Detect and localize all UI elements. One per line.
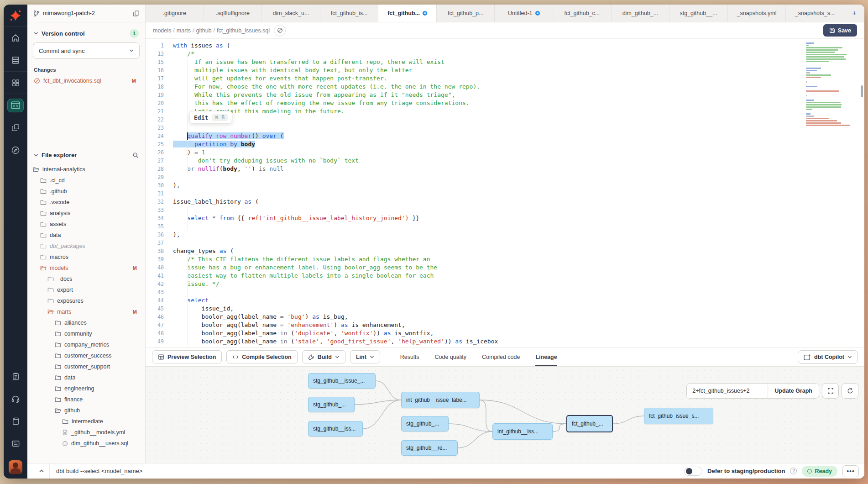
lineage-node[interactable]: int_github__issue_labe...: [401, 392, 480, 408]
code-line[interactable]: 27 -- don't try deduping issues with no …: [146, 157, 864, 165]
file-tree-item[interactable]: community: [27, 328, 145, 339]
docs-nav-button[interactable]: [4, 410, 27, 432]
lineage-node[interactable]: int_github__iss...: [492, 423, 553, 440]
lineage-node[interactable]: stg_github_...: [401, 416, 449, 431]
apps-nav-button[interactable]: [4, 72, 27, 94]
panel-tab-lineage[interactable]: Lineage: [535, 347, 557, 366]
view-lineage-button[interactable]: [274, 25, 286, 37]
file-tree-item[interactable]: finance: [27, 394, 145, 405]
changed-file-row[interactable]: fct_dbt_invocations.sql M: [27, 76, 145, 85]
shortcuts-nav-button[interactable]: [4, 432, 27, 455]
minimap[interactable]: [806, 42, 857, 127]
code-line[interactable]: 24 qualify row_number() over (: [146, 132, 864, 140]
code-line[interactable]: 46 boolor_agg(label_name = 'bug') as is_…: [146, 313, 864, 321]
breadcrumb-segment[interactable]: github: [196, 27, 212, 34]
code-line[interactable]: 38change_types as (: [146, 247, 864, 255]
file-tree-item[interactable]: github: [27, 405, 145, 416]
file-tree-item[interactable]: data: [27, 372, 145, 383]
code-line[interactable]: 25 partition by body: [146, 140, 864, 148]
code-line[interactable]: 49 boolor_agg(label_name in ('stale', 'g…: [146, 337, 864, 346]
code-line[interactable]: 16 multiple issues with identical body t…: [146, 66, 864, 74]
edit-tooltip-button[interactable]: Edit ⌘ B: [189, 111, 232, 124]
code-line[interactable]: 22: [146, 116, 864, 124]
editor-tab[interactable]: .gitignore: [146, 5, 204, 22]
user-menu[interactable]: [4, 455, 27, 479]
code-line[interactable]: 41 easiest way to flatten multiple label…: [146, 272, 864, 280]
code-line[interactable]: 44 select: [146, 296, 864, 305]
editor-scrollbar-thumb[interactable]: [861, 85, 863, 97]
file-explorer-header[interactable]: File explorer: [27, 145, 145, 163]
code-line[interactable]: 33: [146, 206, 864, 214]
editor-tab[interactable]: dim_slack_u...: [262, 5, 320, 22]
file-tree-item[interactable]: martsM: [27, 306, 145, 317]
file-tree-item[interactable]: export: [27, 284, 145, 295]
file-tree-item[interactable]: _github__models.yml: [27, 427, 145, 438]
code-line[interactable]: 31: [146, 189, 864, 198]
code-line[interactable]: 1with issues as (: [146, 42, 864, 50]
file-tree-item[interactable]: assets: [27, 219, 145, 230]
code-line[interactable]: 42 issue. */: [146, 280, 864, 288]
lineage-node[interactable]: fct_github_...: [566, 415, 613, 432]
code-line[interactable]: 17 will get updates for events that happ…: [146, 74, 864, 83]
file-tree-item[interactable]: engineering: [27, 383, 145, 394]
home-nav-button[interactable]: [4, 27, 27, 49]
file-tree-item[interactable]: data: [27, 230, 145, 241]
save-button[interactable]: Save: [823, 24, 857, 37]
panel-tab-compiled-code[interactable]: Compiled code: [482, 347, 520, 366]
code-editor[interactable]: 1with issues as (13 /*15 If an issue has…: [146, 39, 864, 347]
editor-tab[interactable]: _snapshots_s...: [786, 5, 844, 22]
version-control-header[interactable]: Version control 1: [27, 22, 145, 42]
compile-selection-button[interactable]: Compile Selection: [226, 350, 297, 363]
lineage-node[interactable]: fct_github_issue_s...: [644, 408, 713, 424]
develop-ide-button[interactable]: [4, 94, 27, 116]
code-line[interactable]: 26 ) = 1: [146, 148, 864, 157]
editor-tab[interactable]: Untitled-1: [495, 5, 553, 22]
lineage-node[interactable]: stg_github__iss...: [308, 421, 363, 437]
file-tree-item[interactable]: macros: [27, 252, 145, 263]
editor-tab[interactable]: fct_github_c...: [553, 5, 612, 22]
commit-and-sync-button[interactable]: Commit and sync: [33, 42, 140, 59]
breadcrumb-segment[interactable]: fct_github_issues.sql: [217, 27, 270, 34]
file-tree-item[interactable]: modelsM: [27, 263, 145, 274]
lineage-refresh-button[interactable]: [842, 383, 858, 399]
lineage-node[interactable]: stg_github_...: [308, 397, 355, 412]
file-tree-item[interactable]: dbt_packages: [27, 241, 145, 252]
file-tree-item[interactable]: alliances: [27, 317, 145, 328]
search-icon[interactable]: [132, 152, 139, 158]
preview-selection-button[interactable]: Preview Selection: [152, 350, 222, 363]
editor-tab[interactable]: fct_github_p...: [437, 5, 495, 22]
user-avatar[interactable]: [9, 460, 22, 474]
panel-tab-code-quality[interactable]: Code quality: [435, 347, 467, 366]
more-options-button[interactable]: •••: [842, 465, 859, 477]
file-tree-item[interactable]: customer_success: [27, 350, 145, 361]
file-tree-item[interactable]: customer_support: [27, 361, 145, 372]
file-tree-item[interactable]: .ci_cd: [27, 175, 145, 186]
code-line[interactable]: 45 issue_id,: [146, 305, 864, 313]
build-button[interactable]: Build: [302, 350, 345, 363]
projects-nav-button[interactable]: [4, 116, 27, 139]
code-line[interactable]: 47 boolor_agg(label_name = 'enhancement'…: [146, 321, 864, 329]
code-line[interactable]: 28 or nullif(body, '') is null: [146, 165, 864, 173]
file-tree-item[interactable]: dim_github__users.sql: [27, 438, 145, 449]
breadcrumb-segment[interactable]: models: [153, 27, 171, 34]
file-tree-item[interactable]: _docs: [27, 274, 145, 284]
code-line[interactable]: 23: [146, 124, 864, 132]
file-tree-item[interactable]: analysis: [27, 208, 145, 219]
update-graph-button[interactable]: Update Graph: [768, 384, 819, 398]
file-tree-item[interactable]: company_metrics: [27, 339, 145, 350]
dbt-copilot-button[interactable]: dbt Copilot: [798, 350, 858, 364]
code-line[interactable]: 19 While this prevents the old issue fro…: [146, 91, 864, 99]
code-line[interactable]: 32issue_label_history as (: [146, 198, 864, 206]
code-line[interactable]: 13 /*: [146, 50, 864, 58]
editor-tab[interactable]: fct_github...: [378, 5, 437, 22]
dbt-command-input[interactable]: dbt build --select <model_name>: [56, 468, 142, 474]
help-icon[interactable]: ?: [790, 468, 797, 474]
editor-tab[interactable]: fct_github_is...: [320, 5, 379, 22]
explore-nav-button[interactable]: [4, 139, 27, 161]
code-line[interactable]: 30),: [146, 181, 864, 189]
code-line[interactable]: 20 this has the effect of removing the n…: [146, 99, 864, 107]
support-nav-button[interactable]: [4, 388, 27, 410]
copy-branch-button[interactable]: [133, 10, 140, 17]
code-line[interactable]: 35: [146, 222, 864, 231]
code-line[interactable]: 15 If an issue has been transferred to a…: [146, 58, 864, 66]
